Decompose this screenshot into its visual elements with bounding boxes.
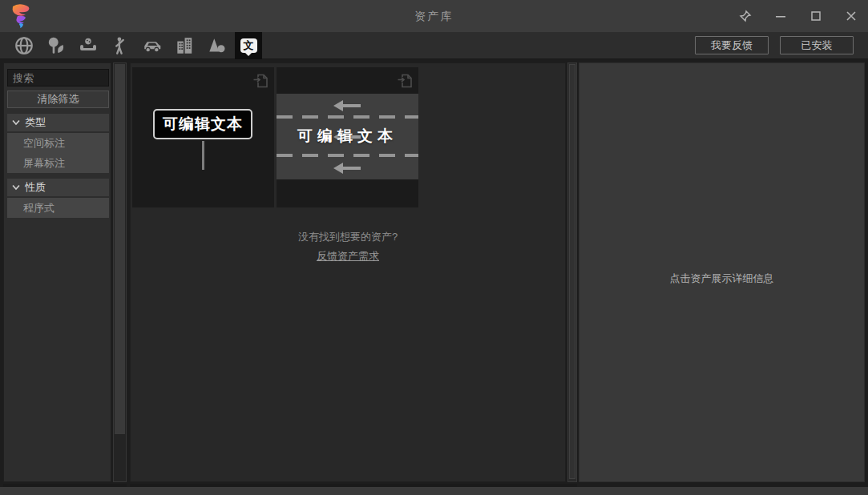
- sidebar-scrollbar[interactable]: [113, 62, 127, 482]
- close-icon[interactable]: [844, 9, 858, 23]
- road-thumbnail-text: 可编辑文本: [277, 126, 418, 147]
- asset-grid-scrollbar[interactable]: [567, 62, 577, 482]
- scrollbar-thumb[interactable]: [569, 64, 575, 479]
- detail-panel: 点击资产展示详细信息: [579, 62, 865, 482]
- window-controls: [738, 0, 858, 32]
- filter-item-procedural[interactable]: 程序式: [7, 198, 109, 218]
- detail-hint-text: 点击资产展示详细信息: [579, 272, 864, 286]
- sign-pole: [202, 141, 204, 170]
- lane-arrow-icon: [333, 163, 361, 174]
- clear-filters-button[interactable]: 清除筛选: [7, 91, 109, 108]
- category-tabs: 文: [0, 32, 264, 59]
- installed-button[interactable]: 已安装: [780, 36, 854, 54]
- maximize-icon[interactable]: [809, 9, 823, 23]
- tab-buildings[interactable]: [168, 32, 200, 59]
- asset-card-sign-text[interactable]: 可编辑文本: [132, 67, 274, 207]
- section-header-type[interactable]: 类型: [7, 114, 109, 131]
- tab-props[interactable]: [72, 32, 104, 59]
- feedback-button[interactable]: 我要反馈: [695, 36, 769, 54]
- text-icon: 文: [240, 38, 257, 53]
- chevron-down-icon: [12, 184, 20, 191]
- tab-characters[interactable]: [104, 32, 136, 59]
- sign-thumbnail-text: 可编辑文本: [153, 109, 252, 139]
- empty-hint-text: 没有找到想要的资产?: [131, 230, 565, 244]
- filter-item-spatial[interactable]: 空间标注: [7, 133, 109, 153]
- tab-vehicles[interactable]: [136, 32, 168, 59]
- search-input[interactable]: [7, 69, 109, 87]
- text-icon-glyph: 文: [244, 38, 254, 53]
- lane-dash-line: [277, 115, 418, 119]
- filter-sidebar: 清除筛选 类型 空间标注 屏幕标注 性质 程序式: [3, 62, 111, 482]
- scrollbar-thumb[interactable]: [115, 64, 125, 434]
- window-bottom-edge: [0, 487, 868, 495]
- titlebar: 资产库: [0, 0, 868, 32]
- pin-icon[interactable]: [738, 9, 753, 23]
- section-label: 类型: [25, 115, 46, 130]
- content-area: 清除筛选 类型 空间标注 屏幕标注 性质 程序式: [0, 59, 868, 487]
- chevron-down-icon: [12, 119, 20, 126]
- section-header-property[interactable]: 性质: [7, 179, 109, 196]
- request-asset-link[interactable]: 反馈资产需求: [131, 248, 565, 264]
- toolbar-buttons: 我要反馈 已安装: [695, 36, 854, 54]
- tab-globe[interactable]: [8, 32, 40, 59]
- place-asset-icon[interactable]: [396, 72, 414, 90]
- lane-dash-line: [277, 154, 418, 157]
- type-items: 空间标注 屏幕标注: [7, 133, 109, 173]
- tab-text[interactable]: 文: [235, 32, 262, 59]
- asset-grid-panel: 可编辑文本 可编辑文本: [130, 62, 566, 482]
- asset-card-road-text[interactable]: 可编辑文本: [277, 67, 418, 207]
- asset-library-window: 资产库: [0, 0, 868, 495]
- property-items: 程序式: [7, 198, 109, 218]
- tab-shapes[interactable]: [200, 32, 232, 59]
- filter-item-screen[interactable]: 屏幕标注: [7, 153, 109, 173]
- lane-arrow-icon: [333, 100, 361, 111]
- tab-vegetation[interactable]: [40, 32, 72, 59]
- place-asset-icon[interactable]: [252, 72, 269, 90]
- road-thumbnail: 可编辑文本: [277, 94, 418, 179]
- section-label: 性质: [25, 180, 46, 195]
- minimize-icon[interactable]: [773, 9, 788, 23]
